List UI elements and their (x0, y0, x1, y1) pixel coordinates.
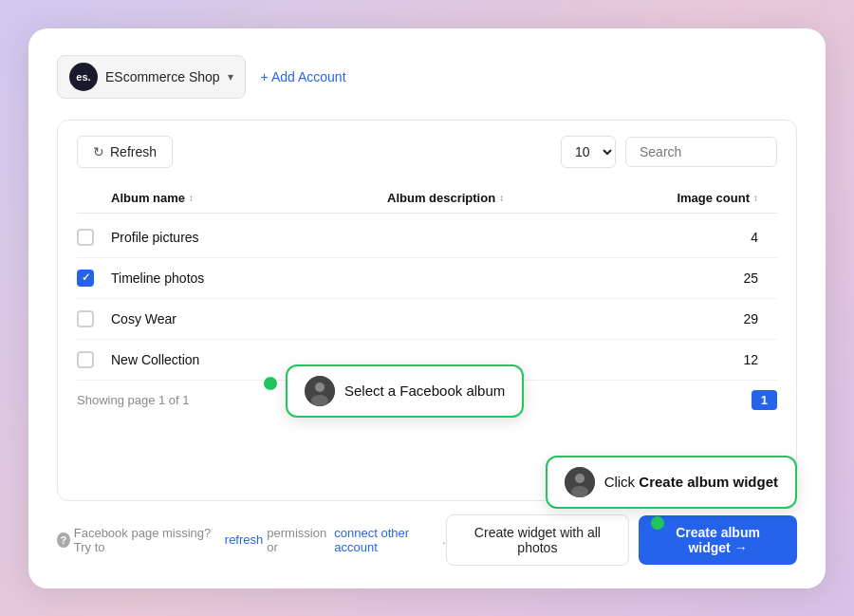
help-icon: ? (57, 532, 70, 548)
table-header: Album name ↕ Album description ↕ Image c… (77, 183, 777, 214)
col-album-name: Album name ↕ (111, 191, 387, 205)
row-count-1: 4 (663, 230, 777, 245)
page-number[interactable]: 1 (752, 390, 777, 410)
svg-point-4 (575, 474, 585, 483)
sort-icon-desc: ↕ (499, 193, 504, 203)
row-count-3: 29 (663, 311, 777, 327)
account-name: EScommerce Shop (105, 69, 220, 84)
avatar-album (305, 376, 335, 406)
toolbar: ↻ Refresh 10 25 50 (77, 136, 777, 168)
sort-icon-name: ↕ (189, 193, 194, 203)
refresh-icon: ↻ (93, 144, 104, 159)
footer-note: ? Facebook page missing? Try to refresh … (57, 526, 446, 554)
footer-actions: Click Create album widget Create widget … (446, 514, 797, 566)
tooltip-widget-text: Click Create album widget (604, 474, 778, 490)
row-name-2: Timeline photos (111, 271, 387, 286)
create-widget-photos-button[interactable]: Create widget with all photos (446, 514, 629, 566)
table-body: Profile pictures 4 Timeline photos 25 Co… (77, 217, 777, 381)
table-row: Timeline photos 25 (77, 258, 777, 299)
toolbar-right: 10 25 50 (561, 136, 777, 168)
avatar-widget (565, 467, 595, 497)
sort-icon-count: ↕ (753, 193, 758, 203)
footer-bar: ? Facebook page missing? Try to refresh … (57, 514, 797, 566)
col-album-desc: Album description ↕ (387, 191, 663, 205)
page-size-select[interactable]: 10 25 50 (561, 136, 616, 168)
connect-account-link[interactable]: connect other account (334, 526, 438, 554)
tooltip-dot-widget (651, 516, 664, 530)
chevron-down-icon: ▾ (228, 70, 233, 84)
tooltip-album-text: Select a Facebook album (344, 383, 505, 399)
showing-text: Showing page 1 of 1 (77, 393, 190, 407)
col-checkbox (77, 191, 111, 205)
svg-point-2 (311, 395, 328, 406)
col-image-count: Image count ↕ (663, 191, 777, 205)
row-count-2: 25 (663, 271, 777, 286)
row-count-4: 12 (663, 352, 777, 367)
account-selector[interactable]: es. EScommerce Shop ▾ (57, 55, 246, 99)
refresh-permission-link[interactable]: refresh (225, 532, 263, 547)
add-account-button[interactable]: + Add Account (261, 69, 346, 84)
refresh-button[interactable]: ↻ Refresh (77, 136, 173, 168)
search-input[interactable] (625, 137, 777, 167)
tooltip-dot-album (264, 377, 277, 390)
row-checkbox-3[interactable] (77, 310, 94, 327)
row-name-3: Cosy Wear (111, 311, 387, 327)
svg-point-1 (315, 383, 325, 392)
svg-point-5 (571, 486, 588, 497)
row-name-1: Profile pictures (111, 230, 387, 245)
table-row: Profile pictures 4 (77, 217, 777, 258)
header-bar: es. EScommerce Shop ▾ + Add Account (57, 55, 797, 99)
account-logo: es. (69, 63, 98, 91)
row-checkbox-4[interactable] (77, 351, 94, 368)
tooltip-album-bubble: Select a Facebook album (286, 364, 524, 418)
main-card: es. EScommerce Shop ▾ + Add Account ↻ Re… (28, 28, 826, 588)
tooltip-widget-bubble: Click Create album widget (546, 456, 797, 509)
row-checkbox-2[interactable] (77, 270, 94, 287)
row-checkbox-1[interactable] (77, 229, 94, 246)
table-row: Cosy Wear 29 (77, 299, 777, 340)
inner-card: ↻ Refresh 10 25 50 Album name ↕ Album de… (57, 120, 797, 501)
